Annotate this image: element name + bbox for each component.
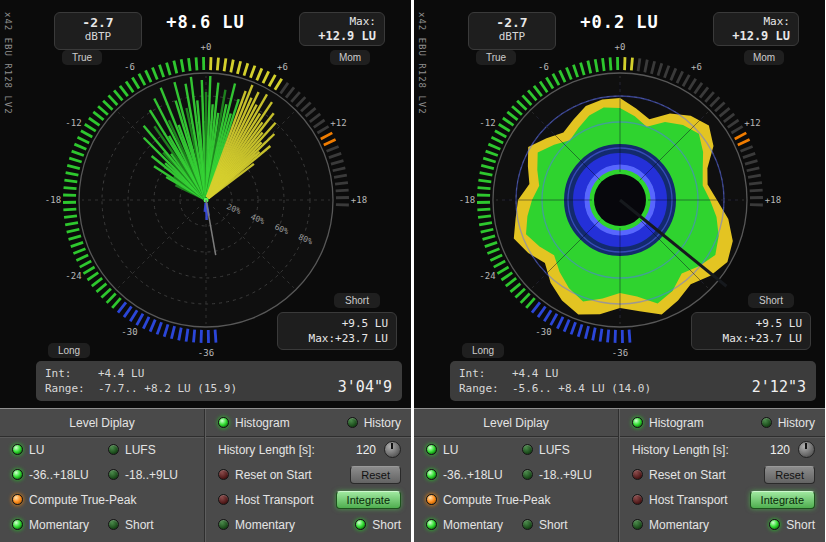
transport-row: Host Transport Integrate: [620, 487, 825, 512]
lu-label: LU: [29, 443, 44, 457]
scale-narrow-label: -18..+9LU: [539, 468, 592, 482]
radio-lu[interactable]: LU: [12, 443, 108, 457]
hist-momentary-led: [218, 519, 229, 530]
momentary-label: Momentary: [443, 518, 503, 532]
momentary-max-badge: Max: +12.9 LU: [713, 12, 799, 46]
radio-hist-short[interactable]: Short: [355, 518, 401, 532]
integrate-button[interactable]: Integrate: [750, 491, 815, 509]
short-values-badge: +9.5 LU Max:+23.7 LU: [277, 312, 397, 350]
history-label: History: [778, 416, 815, 430]
short-label: Short: [125, 518, 154, 532]
control-panel: Level Diplay LU LUFS -36..+18LU: [414, 408, 825, 542]
svg-text:+6: +6: [691, 62, 702, 72]
reset-button[interactable]: Reset: [764, 466, 815, 484]
radio-hist-short[interactable]: Short: [769, 518, 815, 532]
int-line: Int: +4.4 LU: [45, 367, 144, 380]
radio-history[interactable]: History: [761, 416, 815, 430]
unit-row: LU LUFS: [0, 437, 204, 462]
svg-text:-6: -6: [124, 62, 135, 72]
svg-text:+0: +0: [615, 42, 626, 52]
momentary-max-badge: Max: +12.9 LU: [299, 12, 385, 46]
reset-row: Reset on Start Reset: [620, 462, 825, 487]
radio-histogram[interactable]: Histogram: [218, 416, 290, 430]
reset-on-start-label: Reset on Start: [649, 468, 726, 482]
lu-label: LU: [443, 443, 458, 457]
svg-text:+18: +18: [351, 195, 367, 205]
radio-scale-wide[interactable]: -36..+18LU: [426, 468, 522, 482]
short-value: +9.5 LU: [278, 316, 388, 331]
svg-text:-30: -30: [535, 327, 551, 337]
history-header-row: Histogram History: [206, 409, 411, 437]
svg-text:-24: -24: [479, 271, 495, 281]
integrate-button[interactable]: Integrate: [336, 491, 401, 509]
radio-short[interactable]: Short: [522, 518, 568, 532]
momentary-led: [426, 519, 437, 530]
history-length-value: 120: [356, 443, 376, 457]
integration-stats: Int: +4.4 LU Range: -5.6.. +8.4 LU (14.0…: [459, 366, 651, 396]
int-line: Int: +4.4 LU: [459, 367, 558, 380]
hist-window-row: Momentary Short: [620, 512, 825, 537]
range-line: Range: -7.7.. +8.2 LU (15.9): [45, 382, 237, 395]
scale-row: -36..+18LU -18..+9LU: [0, 462, 204, 487]
checkbox-host-transport[interactable]: Host Transport: [632, 493, 728, 507]
hist-momentary-label: Momentary: [235, 518, 295, 532]
lu-led: [12, 444, 23, 455]
histogram-led: [632, 417, 643, 428]
hist-short-led: [355, 519, 366, 530]
meter-display: 20%40%60%80%+0+6-6+12-12+18-18-24-30-36 …: [0, 0, 411, 408]
scale-wide-label: -36..+18LU: [29, 468, 89, 482]
momentary-label: Momentary: [29, 518, 89, 532]
history-length-knob[interactable]: [798, 441, 815, 458]
lufs-label: LUFS: [539, 443, 570, 457]
radio-histogram[interactable]: Histogram: [632, 416, 704, 430]
long-mode-badge: Long: [462, 343, 504, 358]
radio-short[interactable]: Short: [108, 518, 154, 532]
radio-lu[interactable]: LU: [426, 443, 522, 457]
max-value: +12.9 LU: [714, 29, 790, 43]
svg-text:+18: +18: [765, 195, 781, 205]
histogram-led: [218, 417, 229, 428]
radio-hist-momentary[interactable]: Momentary: [218, 518, 295, 532]
svg-text:-12: -12: [479, 118, 495, 128]
radio-scale-wide[interactable]: -36..+18LU: [12, 468, 108, 482]
checkbox-reset-on-start[interactable]: Reset on Start: [632, 468, 726, 482]
long-mode-badge: Long: [48, 343, 90, 358]
history-length-row: History Length [s]: 120: [206, 437, 411, 462]
histogram-label: Histogram: [235, 416, 290, 430]
history-column: Histogram History History Length [s]: 12…: [205, 409, 411, 542]
host-transport-label: Host Transport: [649, 493, 728, 507]
radio-scale-narrow[interactable]: -18..+9LU: [522, 468, 592, 482]
radio-history[interactable]: History: [347, 416, 401, 430]
radio-hist-momentary[interactable]: Momentary: [632, 518, 709, 532]
history-length-knob[interactable]: [384, 441, 401, 458]
app-window: 20%40%60%80%+0+6-6+12-12+18-18-24-30-36 …: [0, 0, 826, 542]
level-display-title: Level Diplay: [483, 416, 548, 430]
reset-on-start-label: Reset on Start: [235, 468, 312, 482]
true-mode-badge: True: [62, 50, 102, 65]
svg-text:+0: +0: [201, 42, 212, 52]
integration-info-bar: Int: +4.4 LU Range: -5.6.. +8.4 LU (14.0…: [450, 361, 816, 401]
scale-narrow-label: -18..+9LU: [125, 468, 178, 482]
checkbox-compute-true-peak[interactable]: Compute True-Peak: [12, 493, 136, 507]
momentary-led: [12, 519, 23, 530]
level-display-header: Level Diplay: [414, 409, 618, 437]
reset-button[interactable]: Reset: [350, 466, 401, 484]
radio-momentary[interactable]: Momentary: [426, 518, 522, 532]
svg-text:-6: -6: [538, 62, 549, 72]
checkbox-compute-true-peak[interactable]: Compute True-Peak: [426, 493, 550, 507]
hist-short-led: [769, 519, 780, 530]
radio-momentary[interactable]: Momentary: [12, 518, 108, 532]
integration-stats: Int: +4.4 LU Range: -7.7.. +8.2 LU (15.9…: [45, 366, 237, 396]
svg-text:-12: -12: [65, 118, 81, 128]
checkbox-reset-on-start[interactable]: Reset on Start: [218, 468, 312, 482]
scale-narrow-led: [522, 469, 533, 480]
host-transport-led: [632, 494, 643, 505]
true-peak-row: Compute True-Peak: [0, 487, 204, 512]
host-transport-led: [218, 494, 229, 505]
radio-lufs[interactable]: LUFS: [108, 443, 156, 457]
checkbox-host-transport[interactable]: Host Transport: [218, 493, 314, 507]
hist-window-row: Momentary Short: [206, 512, 411, 537]
lu-led: [426, 444, 437, 455]
radio-scale-narrow[interactable]: -18..+9LU: [108, 468, 178, 482]
radio-lufs[interactable]: LUFS: [522, 443, 570, 457]
